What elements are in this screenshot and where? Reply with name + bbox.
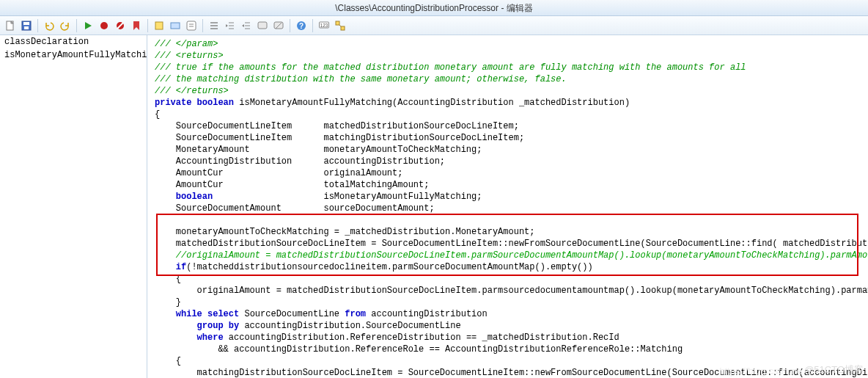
svg-rect-6 bbox=[155, 22, 163, 29]
separator bbox=[202, 19, 203, 32]
indent-out-button[interactable] bbox=[223, 18, 238, 33]
svg-rect-15 bbox=[341, 26, 345, 30]
svg-text:?: ? bbox=[299, 22, 304, 30]
breakpoint-button[interactable] bbox=[97, 18, 111, 33]
separator bbox=[290, 19, 290, 32]
code-line[interactable]: /// </returns> bbox=[155, 85, 861, 97]
code-line[interactable]: AccountingDistribution accountingDistrib… bbox=[155, 156, 861, 167]
code-line[interactable]: { bbox=[155, 109, 861, 120]
method-list: classDeclaration isMonetaryAmountFullyMa… bbox=[0, 35, 147, 378]
undo-button[interactable] bbox=[42, 18, 56, 33]
code-line[interactable]: SourceDocumentLineItem matchingDistribut… bbox=[155, 132, 861, 144]
separator bbox=[76, 19, 77, 32]
lookup-button[interactable] bbox=[168, 18, 183, 33]
svg-rect-8 bbox=[258, 22, 267, 29]
code-line[interactable]: group by accountingDistribution.SourceDo… bbox=[155, 320, 861, 332]
code-line[interactable]: where accountingDistribution.ReferenceDi… bbox=[155, 332, 861, 344]
code-line[interactable]: } bbox=[155, 297, 861, 308]
save-button[interactable] bbox=[19, 18, 34, 33]
script-button[interactable] bbox=[184, 18, 199, 33]
svg-rect-14 bbox=[336, 21, 339, 25]
code-line[interactable]: /// true if the amounts for the matched … bbox=[155, 62, 861, 73]
uncomment-button[interactable] bbox=[271, 18, 286, 33]
help-button[interactable]: ? bbox=[294, 18, 309, 33]
code-line[interactable]: AmountCur originalAmount; bbox=[155, 167, 861, 179]
code-line[interactable]: { bbox=[155, 355, 861, 367]
code-line[interactable]: matchingDistributionSourceDocLineItem = … bbox=[155, 367, 861, 378]
code-line[interactable]: { bbox=[155, 273, 861, 285]
redo-button[interactable] bbox=[58, 18, 73, 33]
code-line[interactable]: AmountCur totalMatchingAmount; bbox=[155, 179, 861, 191]
svg-rect-2 bbox=[23, 22, 29, 25]
toolbar: ? 123 bbox=[0, 16, 868, 35]
svg-rect-3 bbox=[24, 26, 29, 29]
code-line[interactable]: matchedDistributionSourceDocLineItem = S… bbox=[155, 238, 861, 250]
window-title: \Classes\AccountingDistributionProcessor… bbox=[335, 3, 532, 13]
content-area: classDeclaration isMonetaryAmountFullyMa… bbox=[0, 35, 868, 378]
sidebar-item-classdeclaration[interactable]: classDeclaration bbox=[0, 35, 147, 48]
sidebar-item-ismonetaryamountfullymatching[interactable]: isMonetaryAmountFullyMatching bbox=[0, 48, 147, 62]
code-line[interactable]: SourceDocumentLineItem matchedDistributi… bbox=[155, 120, 861, 132]
code-line[interactable]: MonetaryAmount monetaryAmountToCheckMatc… bbox=[155, 144, 861, 156]
code-line[interactable]: boolean isMonetaryAmountFullyMatching; bbox=[155, 191, 861, 203]
code-line[interactable]: SourceDocumentAmount sourceDocumentAmoun… bbox=[155, 203, 861, 214]
code-line[interactable]: originalAmount = matchedDistributionSour… bbox=[155, 285, 861, 297]
svg-rect-7 bbox=[171, 23, 180, 29]
run-button[interactable] bbox=[81, 18, 95, 33]
list-button[interactable] bbox=[207, 18, 221, 33]
code-line[interactable]: && accountingDistribution.ReferenceRole … bbox=[155, 344, 861, 355]
toggle-numbers-button[interactable]: 123 bbox=[317, 18, 331, 33]
svg-text:123: 123 bbox=[320, 23, 328, 28]
separator bbox=[147, 19, 148, 32]
code-line[interactable]: while select SourceDocumentLine from acc… bbox=[155, 308, 861, 320]
title-bar: \Classes\AccountingDistributionProcessor… bbox=[0, 0, 868, 16]
code-line[interactable]: /// <returns> bbox=[155, 50, 861, 62]
code-line[interactable]: /// </param> bbox=[155, 38, 861, 50]
separator bbox=[312, 19, 313, 32]
code-line[interactable]: private boolean isMonetaryAmountFullyMat… bbox=[155, 97, 861, 109]
code-editor[interactable]: /// </param>/// <returns>/// true if the… bbox=[147, 35, 868, 378]
code-line[interactable]: //originalAmount = matchedDistributionSo… bbox=[155, 250, 861, 261]
indent-in-button[interactable] bbox=[239, 18, 254, 33]
zoom-button[interactable] bbox=[333, 18, 347, 33]
code-line[interactable]: /// the matching distribution with the s… bbox=[155, 73, 861, 85]
bookmark-button[interactable] bbox=[129, 18, 144, 33]
svg-point-4 bbox=[100, 22, 108, 29]
toggle-breakpoint-button[interactable] bbox=[113, 18, 128, 33]
code-line[interactable]: if(!matcheddistributionsourcedoclineitem… bbox=[155, 261, 861, 273]
new-button[interactable] bbox=[3, 18, 18, 33]
compile-button[interactable] bbox=[152, 18, 166, 33]
code-line[interactable]: monetaryAmountToCheckMatching = _matched… bbox=[155, 226, 861, 238]
separator bbox=[37, 19, 38, 32]
code-line[interactable] bbox=[155, 214, 861, 226]
comment-button[interactable] bbox=[255, 18, 270, 33]
